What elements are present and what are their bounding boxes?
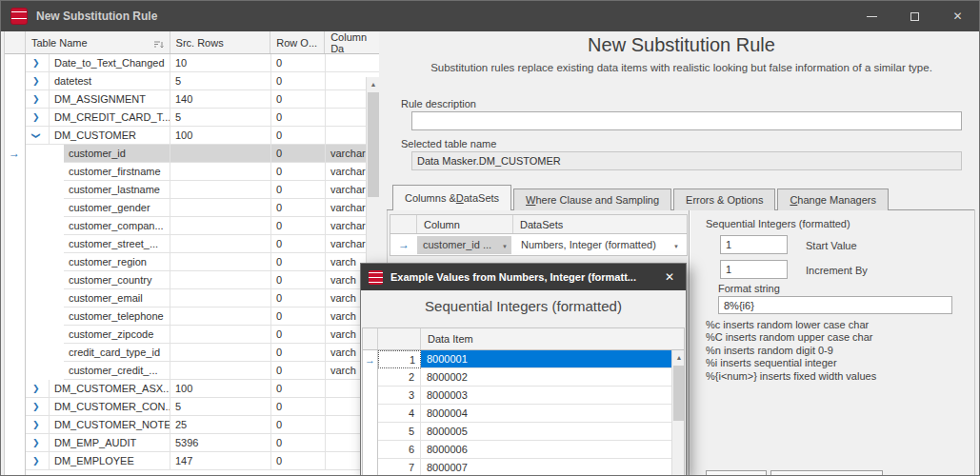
column-header-src-rows[interactable]: Src. Rows <box>170 31 271 53</box>
column-header-column[interactable]: Column <box>417 215 513 233</box>
column-row[interactable]: customer_street_...0varchar <box>26 235 379 253</box>
table-name-cell[interactable]: DM_EMPLOYEE <box>50 452 170 470</box>
expand-icon[interactable] <box>32 77 40 86</box>
src-rows-cell[interactable] <box>170 217 271 235</box>
column-row[interactable]: customer_region0varch <box>26 253 379 271</box>
data-item-cell[interactable]: 8000006 <box>421 441 671 459</box>
src-rows-cell[interactable]: 5 <box>170 398 271 416</box>
row-offset-cell[interactable]: 0 <box>271 307 326 326</box>
table-row[interactable]: datetest50 <box>26 72 379 90</box>
row-offset-cell[interactable]: 0 <box>271 54 326 72</box>
table-name-cell[interactable]: DM_CREDIT_CARD_T... <box>50 109 170 127</box>
column-name-cell[interactable]: customer_country <box>64 271 170 289</box>
tab-change-managers[interactable]: Change Managers <box>777 188 889 210</box>
tab-columns-datasets[interactable]: Columns & DataSets <box>392 185 511 210</box>
table-name-cell[interactable]: DM_CUSTOMER_CON... <box>50 398 170 416</box>
example-value-row[interactable]: 68000006 <box>363 441 684 459</box>
expander-cell[interactable] <box>26 90 50 109</box>
row-offset-cell[interactable]: 0 <box>271 72 326 90</box>
expander-cell[interactable] <box>26 398 50 416</box>
src-rows-cell[interactable] <box>170 253 271 271</box>
row-offset-cell[interactable]: 0 <box>271 289 326 307</box>
row-offset-cell[interactable]: 0 <box>271 127 326 145</box>
column-row[interactable]: customer_gender0varchar <box>26 199 379 217</box>
expander-cell[interactable] <box>26 109 50 127</box>
row-offset-cell[interactable]: 0 <box>271 181 326 199</box>
row-offset-cell[interactable]: 0 <box>271 380 326 398</box>
data-item-cell[interactable]: 8000002 <box>421 368 671 387</box>
src-rows-cell[interactable]: 5396 <box>170 434 271 452</box>
table-name-cell[interactable]: Date_to_Text_Changed <box>50 54 170 72</box>
column-name-cell[interactable]: customer_region <box>64 253 170 271</box>
row-number-cell[interactable]: 4 <box>378 405 421 423</box>
scroll-up-icon[interactable]: ▲ <box>367 77 379 91</box>
data-item-cell[interactable]: 8000003 <box>421 387 671 405</box>
minimize-button[interactable] <box>850 1 893 31</box>
close-button[interactable]: ✕ <box>936 1 979 31</box>
example-value-row[interactable]: 58000005 <box>363 423 684 441</box>
scroll-up-icon[interactable]: ▲ <box>672 350 686 365</box>
row-offset-cell[interactable]: 0 <box>271 452 326 470</box>
row-number-cell[interactable]: 6 <box>378 441 421 459</box>
dialog-title-bar[interactable]: Example Values from Numbers, Integer (fo… <box>361 264 686 290</box>
row-offset-cell[interactable]: 0 <box>271 253 326 271</box>
row-number-cell[interactable]: 1 <box>378 350 421 368</box>
table-name-cell[interactable]: DM_CUSTOMER_ASX... <box>50 380 170 398</box>
expand-icon[interactable] <box>32 403 40 411</box>
tab-errors-options[interactable]: Errors & Options <box>673 188 775 210</box>
expand-icon[interactable] <box>32 439 40 447</box>
scrollbar-thumb[interactable] <box>673 366 684 421</box>
src-rows-cell[interactable] <box>170 199 271 217</box>
expand-icon[interactable] <box>32 421 40 429</box>
row-number-cell[interactable]: 2 <box>378 368 421 387</box>
row-offset-cell[interactable]: 0 <box>271 434 326 452</box>
row-number-cell[interactable]: 7 <box>378 459 421 476</box>
row-offset-cell[interactable]: 0 <box>271 344 326 362</box>
column-row[interactable]: customer_country0varch <box>26 271 379 289</box>
dialog-close-button[interactable]: ✕ <box>653 264 686 290</box>
column-header-table-name[interactable]: Table Name <box>26 31 170 53</box>
table-row[interactable]: DM_CREDIT_CARD_T...50 <box>26 109 379 127</box>
data-item-cell[interactable]: 8000005 <box>421 423 671 441</box>
src-rows-cell[interactable] <box>170 362 271 380</box>
column-header-datasets[interactable]: DataSets <box>513 215 686 233</box>
column-row[interactable]: customer_lastname0varchar <box>26 181 379 199</box>
src-rows-cell[interactable] <box>170 235 271 253</box>
collapse-icon[interactable] <box>32 131 40 140</box>
table-row[interactable]: DM_CUSTOMER_NOTES250 <box>26 416 379 434</box>
table-name-cell[interactable]: DM_CUSTOMER_NOTES <box>50 416 170 434</box>
column-header-column-data[interactable]: Column Da <box>325 31 379 53</box>
column-header-row-offset[interactable]: Row O... <box>270 31 325 53</box>
title-bar[interactable]: New Substitution Rule ✕ <box>1 1 979 31</box>
scrollbar-thumb[interactable] <box>368 92 379 197</box>
src-rows-cell[interactable] <box>170 181 271 199</box>
partial-button-2[interactable] <box>770 470 883 476</box>
column-row[interactable]: customer_compan...0varchar <box>26 217 379 235</box>
src-rows-cell[interactable] <box>170 344 271 362</box>
src-rows-cell[interactable] <box>170 271 271 289</box>
column-row[interactable]: customer_id0varchar <box>26 145 379 163</box>
src-rows-cell[interactable]: 147 <box>170 452 271 470</box>
row-offset-cell[interactable]: 0 <box>271 416 326 434</box>
data-item-cell[interactable]: 8000007 <box>421 459 671 476</box>
row-offset-cell[interactable]: 0 <box>271 362 326 380</box>
column-name-cell[interactable]: customer_lastname <box>64 181 170 199</box>
column-name-cell[interactable]: customer_id <box>64 145 170 163</box>
example-value-row[interactable]: 48000004 <box>363 405 684 423</box>
expand-icon[interactable] <box>32 113 40 122</box>
data-item-cell[interactable]: 8000004 <box>421 405 671 423</box>
start-value-input[interactable] <box>720 235 788 254</box>
src-rows-cell[interactable] <box>170 307 271 326</box>
row-offset-cell[interactable]: 0 <box>271 90 326 109</box>
expand-icon[interactable] <box>32 385 40 393</box>
dataset-select[interactable]: Numbers, Integer (formatted) <box>515 236 683 254</box>
table-name-cell[interactable]: DM_EMP_AUDIT <box>50 434 170 452</box>
partial-button-1[interactable] <box>706 470 767 476</box>
column-row[interactable]: customer_firstname0varchar <box>26 163 379 181</box>
example-value-row[interactable]: 78000007 <box>363 459 684 476</box>
table-row[interactable]: Date_to_Text_Changed100 <box>26 54 379 72</box>
example-value-row[interactable]: 38000003 <box>363 387 684 405</box>
row-offset-cell[interactable]: 0 <box>271 217 326 235</box>
column-name-cell[interactable]: customer_compan... <box>64 217 170 235</box>
column-row[interactable]: credit_card_type_id0varch <box>26 344 379 362</box>
